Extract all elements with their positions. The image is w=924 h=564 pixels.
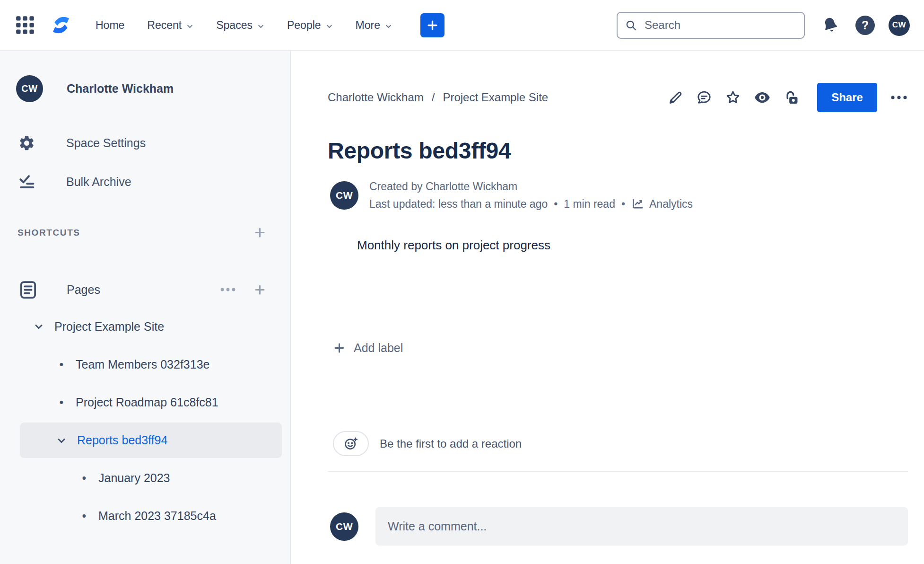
comment-input[interactable]	[387, 519, 897, 534]
commenter-avatar: CW	[330, 512, 358, 541]
created-by-text: Created by Charlotte Wickham	[369, 180, 693, 193]
breadcrumb-space-link[interactable]: Charlotte Wickham	[328, 91, 424, 104]
unlock-icon	[784, 89, 800, 106]
bullet-icon: •	[78, 471, 90, 485]
pages-label: Pages	[67, 283, 100, 297]
analytics-link[interactable]: Analytics	[631, 197, 693, 211]
share-button[interactable]: Share	[817, 83, 877, 112]
analytics-label: Analytics	[649, 198, 693, 211]
comments-button[interactable]	[696, 89, 712, 106]
sidebar-item-bulk-archive[interactable]: Bulk Archive	[16, 168, 274, 195]
add-shortcut-button[interactable]	[253, 226, 267, 239]
search-box[interactable]	[617, 12, 805, 39]
page-header-row: Charlotte Wickham / Project Example Site	[328, 83, 908, 112]
nav-home-label: Home	[96, 19, 124, 32]
nav-people[interactable]: People	[287, 19, 333, 32]
byline-meta-row: Last updated: less than a minute ago • 1…	[369, 197, 693, 211]
dot-separator: •	[621, 198, 625, 211]
smiley-add-icon	[343, 436, 358, 451]
reaction-prompt-text: Be the first to add a reaction	[380, 437, 522, 450]
plus-icon	[333, 342, 346, 354]
page-tree-item-january-2023[interactable]: • January 2023	[0, 463, 282, 493]
plus-icon	[426, 19, 439, 32]
watch-button[interactable]	[754, 89, 771, 106]
bell-icon	[821, 16, 840, 35]
help-button[interactable]: ?	[855, 16, 875, 35]
sidebar-item-space-settings[interactable]: Space Settings	[16, 130, 274, 156]
chevron-down-icon	[186, 23, 193, 30]
comments-divider	[328, 471, 908, 472]
page-body-text: Monthly reports on project progress	[357, 238, 550, 253]
dot-separator: •	[554, 198, 558, 211]
chevron-down-icon	[326, 23, 333, 30]
add-label-text: Add label	[354, 341, 403, 355]
chevron-down-icon	[257, 23, 264, 30]
read-time-text: 1 min read	[564, 198, 615, 211]
star-icon	[725, 89, 741, 106]
app-switcher-button[interactable]	[14, 14, 36, 36]
more-actions-button[interactable]	[890, 95, 908, 100]
plus-icon	[253, 226, 267, 239]
restrictions-button[interactable]	[784, 89, 800, 106]
help-icon: ?	[855, 16, 875, 35]
nav-people-label: People	[287, 19, 321, 32]
pages-section-header[interactable]: Pages	[17, 277, 267, 302]
nav-more[interactable]: More	[356, 19, 392, 32]
space-sidebar: CW Charlotte Wickham Space Settings Bulk…	[0, 51, 291, 564]
comment-bubble-icon	[696, 89, 712, 106]
reactions-section: Be the first to add a reaction	[333, 431, 522, 456]
bullet-icon: •	[56, 396, 67, 409]
breadcrumb-parent-page-link[interactable]: Project Example Site	[443, 91, 548, 104]
edit-button[interactable]	[668, 90, 683, 106]
page-tree-item-team-members[interactable]: • Team Members 032f313e	[0, 349, 282, 379]
bulk-archive-icon	[16, 173, 37, 191]
comment-composer: CW	[330, 507, 908, 546]
star-button[interactable]	[725, 89, 741, 106]
nav-recent-label: Recent	[147, 19, 182, 32]
page-tree-item-label: Project Roadmap 61c8fc81	[76, 396, 218, 409]
space-header[interactable]: CW Charlotte Wickham	[16, 75, 174, 102]
create-button[interactable]	[420, 13, 445, 37]
pencil-icon	[668, 90, 683, 106]
breadcrumb: Charlotte Wickham / Project Example Site	[328, 91, 548, 104]
page-tree-item-reports-selected[interactable]: Reports bed3ff94	[20, 423, 282, 458]
page-tree-item-label: January 2023	[98, 471, 170, 485]
plus-icon	[253, 283, 267, 297]
notifications-button[interactable]	[819, 14, 842, 36]
confluence-logo[interactable]	[49, 13, 73, 37]
analytics-chart-icon	[631, 197, 645, 211]
nav-spaces[interactable]: Spaces	[216, 19, 264, 32]
author-avatar[interactable]: CW	[330, 181, 358, 210]
chevron-down-icon[interactable]	[53, 435, 70, 446]
search-input[interactable]	[644, 18, 797, 32]
page-tree-item-march-2023[interactable]: • March 2023 37185c4a	[0, 501, 282, 531]
last-updated-text: Last updated: less than a minute ago	[369, 198, 548, 211]
grid-icon	[16, 16, 35, 35]
space-name: Charlotte Wickham	[67, 82, 174, 96]
pages-overflow-button[interactable]	[220, 287, 236, 292]
comment-input-box[interactable]	[375, 507, 908, 546]
byline: CW Created by Charlotte Wickham Last upd…	[330, 180, 693, 211]
shortcuts-section-header: SHORTCUTS	[17, 226, 267, 239]
add-page-button[interactable]	[253, 283, 267, 297]
sidebar-item-label: Space Settings	[66, 136, 146, 150]
nav-recent[interactable]: Recent	[147, 19, 193, 32]
nav-more-label: More	[356, 19, 380, 32]
chevron-down-icon[interactable]	[30, 321, 47, 332]
nav-spaces-label: Spaces	[216, 19, 253, 32]
top-navigation-bar: Home Recent Spaces People More	[0, 0, 924, 51]
page-tree-item-project-roadmap[interactable]: • Project Roadmap 61c8fc81	[0, 387, 282, 417]
page-actions-toolbar: Share	[668, 83, 908, 112]
page-tree-item-project-example-site[interactable]: Project Example Site	[0, 311, 282, 342]
add-label-button[interactable]: Add label	[333, 341, 403, 355]
shortcuts-header-label: SHORTCUTS	[17, 228, 80, 238]
space-avatar: CW	[16, 75, 43, 102]
add-reaction-button[interactable]	[333, 431, 369, 456]
page-tree-item-label: Project Example Site	[54, 320, 164, 334]
gear-icon	[16, 134, 37, 152]
page-title: Reports bed3ff94	[328, 138, 511, 164]
user-avatar[interactable]: CW	[889, 15, 910, 36]
pages-icon	[17, 279, 39, 300]
nav-home[interactable]: Home	[96, 19, 124, 32]
ellipsis-icon	[890, 95, 908, 100]
